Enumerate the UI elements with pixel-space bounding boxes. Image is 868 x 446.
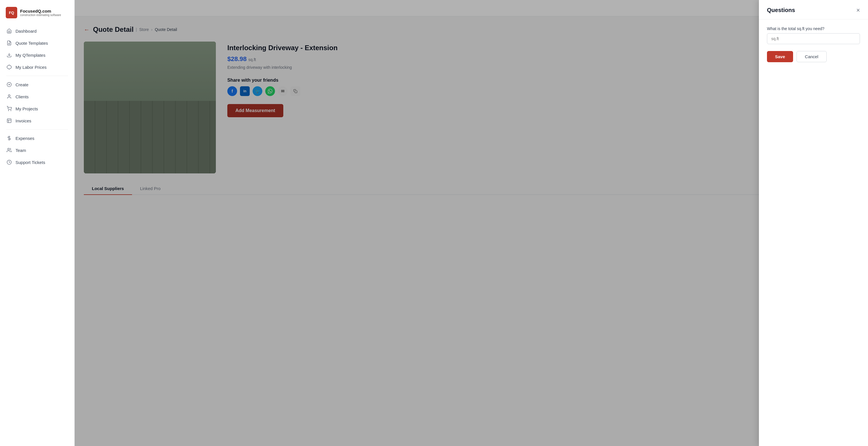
sidebar-label-clients: Clients — [16, 94, 29, 99]
sidebar-divider-2 — [6, 129, 68, 130]
users-icon — [6, 147, 12, 153]
panel-actions: Save Cancel — [767, 51, 860, 62]
sqft-input[interactable] — [767, 33, 860, 44]
plus-circle-icon — [6, 82, 12, 88]
sidebar-label-dashboard: Dashboard — [16, 29, 36, 34]
svg-point-7 — [8, 95, 10, 96]
sidebar-label-my-qtemplates: My QTemplates — [16, 53, 45, 58]
main-content: 🌙 ← Quote Detail | Store › Quote Detail — [74, 0, 868, 446]
sidebar-item-quote-templates[interactable]: Quote Templates — [2, 37, 72, 49]
logo: FQ FocusedQ.com construction estimating … — [0, 5, 74, 25]
user-icon — [6, 94, 12, 99]
sidebar-label-expenses: Expenses — [16, 136, 34, 141]
panel-body: What is the total sq.ft you need? Save C… — [759, 20, 868, 69]
sidebar-label-create: Create — [16, 82, 28, 87]
shopping-cart-icon — [6, 106, 12, 111]
sidebar: FQ FocusedQ.com construction estimating … — [0, 0, 74, 446]
sidebar-item-expenses[interactable]: Expenses — [2, 132, 72, 144]
sidebar-item-create[interactable]: Create — [2, 79, 72, 90]
home-icon — [6, 28, 12, 34]
modal-overlay[interactable] — [74, 0, 868, 446]
svg-point-8 — [8, 110, 9, 111]
sidebar-label-invoices: Invoices — [16, 118, 31, 123]
sidebar-item-my-qtemplates[interactable]: My QTemplates — [2, 49, 72, 61]
hexagon-icon — [6, 64, 12, 70]
sidebar-item-team[interactable]: Team — [2, 144, 72, 156]
sidebar-label-my-labor-prices: My Labor Prices — [16, 65, 46, 70]
file-text-icon — [6, 40, 12, 46]
svg-rect-10 — [7, 119, 11, 123]
logo-subtitle: construction estimating software — [20, 13, 61, 16]
sidebar-label-support-tickets: Support Tickets — [16, 160, 45, 165]
download-icon — [6, 52, 12, 58]
sidebar-divider-1 — [6, 76, 68, 76]
cancel-button[interactable]: Cancel — [797, 51, 827, 62]
sidebar-item-invoices[interactable]: Invoices — [2, 115, 72, 127]
sidebar-label-quote-templates: Quote Templates — [16, 41, 48, 45]
svg-marker-3 — [7, 65, 11, 69]
logo-text: FocusedQ.com construction estimating sof… — [20, 9, 61, 16]
sidebar-item-dashboard[interactable]: Dashboard — [2, 25, 72, 37]
panel-header: Questions × — [759, 0, 868, 20]
sidebar-item-support-tickets[interactable]: Support Tickets — [2, 157, 72, 168]
sidebar-item-my-projects[interactable]: My Projects — [2, 103, 72, 114]
sidebar-label-my-projects: My Projects — [16, 106, 38, 111]
panel-close-button[interactable]: × — [856, 7, 860, 13]
panel-title: Questions — [767, 7, 795, 13]
svg-point-14 — [8, 148, 9, 150]
field-label: What is the total sq.ft you need? — [767, 26, 860, 31]
invoice-icon — [6, 118, 12, 124]
support-icon — [6, 159, 12, 165]
questions-panel: Questions × What is the total sq.ft you … — [759, 0, 868, 446]
dollar-icon — [6, 135, 12, 141]
sidebar-nav: Dashboard Quote Templates My QTemplates … — [0, 25, 74, 441]
save-button[interactable]: Save — [767, 51, 793, 62]
logo-title: FocusedQ.com — [20, 9, 61, 13]
svg-point-9 — [11, 110, 11, 111]
sidebar-item-clients[interactable]: Clients — [2, 91, 72, 102]
sidebar-label-team: Team — [16, 148, 26, 153]
logo-icon: FQ — [6, 7, 17, 18]
sidebar-item-my-labor-prices[interactable]: My Labor Prices — [2, 61, 72, 73]
